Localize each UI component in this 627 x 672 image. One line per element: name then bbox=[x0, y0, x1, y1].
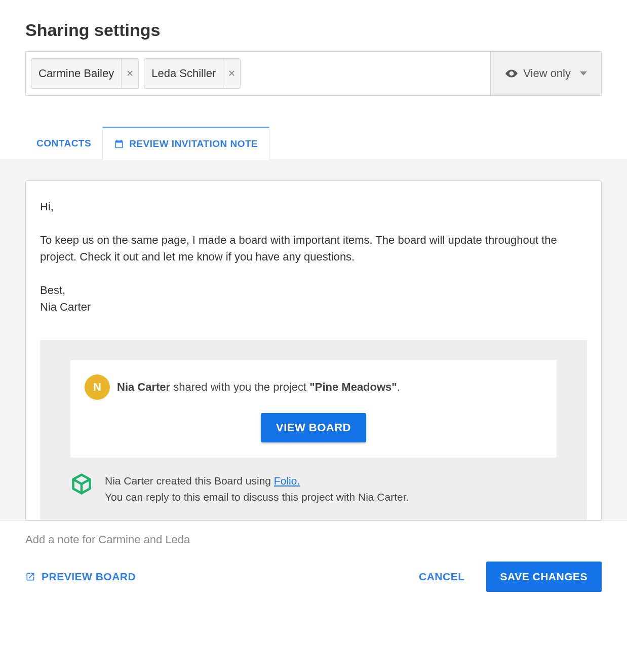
tabs: CONTACTS REVIEW INVITATION NOTE bbox=[0, 126, 627, 160]
recipient-chip: Carmine Bailey ✕ bbox=[31, 58, 139, 89]
chevron-down-icon bbox=[580, 71, 587, 76]
preview-footer-text: Nia Carter created this Board using Foli… bbox=[105, 473, 409, 505]
eye-icon bbox=[505, 67, 518, 80]
share-preview-text: Nia Carter shared with you the project "… bbox=[117, 381, 400, 394]
cancel-button[interactable]: CANCEL bbox=[406, 563, 478, 591]
share-preview-header: N Nia Carter shared with you the project… bbox=[85, 375, 542, 400]
add-note-caption: Add a note for Carmine and Leda bbox=[25, 533, 602, 546]
permission-dropdown[interactable]: View only bbox=[490, 52, 601, 95]
folio-icon bbox=[70, 473, 93, 495]
share-input-row: Carmine Bailey ✕ Leda Schiller ✕ View on… bbox=[25, 51, 602, 96]
chip-remove-icon[interactable]: ✕ bbox=[223, 58, 240, 89]
footer-created-text: Nia Carter created this Board using bbox=[105, 475, 274, 487]
tab-contacts[interactable]: CONTACTS bbox=[25, 127, 102, 160]
recipient-chips-area[interactable]: Carmine Bailey ✕ Leda Schiller ✕ bbox=[26, 52, 490, 95]
permission-label: View only bbox=[523, 67, 571, 80]
preview-footer: Nia Carter created this Board using Foli… bbox=[70, 473, 557, 505]
footer-reply-text: You can reply to this email to discuss t… bbox=[105, 491, 409, 503]
tab-label: CONTACTS bbox=[36, 138, 91, 149]
chip-remove-icon[interactable]: ✕ bbox=[121, 58, 138, 89]
save-changes-button[interactable]: SAVE CHANGES bbox=[486, 562, 602, 592]
project-name: "Pine Meadows" bbox=[309, 381, 397, 393]
sharer-name: Nia Carter bbox=[117, 381, 170, 393]
bottom-bar: Add a note for Carmine and Leda PREVIEW … bbox=[0, 520, 627, 609]
recipient-chip: Leda Schiller ✕ bbox=[144, 58, 241, 89]
note-body-area: Hi, To keep us on the same page, I made … bbox=[0, 160, 627, 520]
trailing-period: . bbox=[397, 381, 400, 393]
email-preview-block: N Nia Carter shared with you the project… bbox=[40, 340, 587, 520]
recipient-chip-label: Carmine Bailey bbox=[38, 67, 114, 80]
note-icon bbox=[114, 139, 124, 149]
folio-link[interactable]: Folio. bbox=[274, 475, 300, 487]
note-panel: Hi, To keep us on the same page, I made … bbox=[25, 180, 602, 520]
share-preview-card: N Nia Carter shared with you the project… bbox=[70, 360, 557, 458]
open-external-icon bbox=[25, 572, 35, 582]
tab-label: REVIEW INVITATION NOTE bbox=[129, 138, 258, 150]
share-mid-text: shared with you the project bbox=[170, 381, 309, 393]
recipient-chip-label: Leda Schiller bbox=[151, 67, 216, 80]
preview-board-label: PREVIEW BOARD bbox=[42, 571, 136, 583]
tab-review-invitation-note[interactable]: REVIEW INVITATION NOTE bbox=[102, 127, 269, 160]
page-title: Sharing settings bbox=[25, 20, 602, 40]
avatar: N bbox=[85, 375, 110, 400]
invitation-note-text[interactable]: Hi, To keep us on the same page, I made … bbox=[40, 198, 587, 330]
bottom-actions: PREVIEW BOARD CANCEL SAVE CHANGES bbox=[25, 562, 602, 592]
preview-board-button[interactable]: PREVIEW BOARD bbox=[25, 571, 136, 583]
view-board-button[interactable]: VIEW BOARD bbox=[261, 413, 366, 442]
